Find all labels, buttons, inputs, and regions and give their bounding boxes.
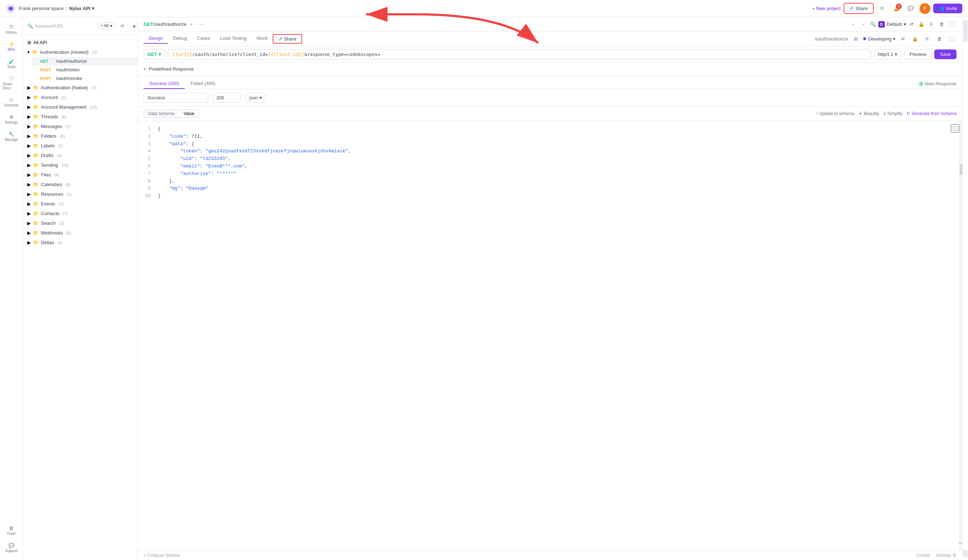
filter-toolbar-btn[interactable]: ⊞ (851, 34, 861, 44)
env-selector[interactable]: D Default ▾ (878, 21, 906, 28)
endpoint-get-oauth-authorize[interactable]: GET /oauth/authorize (31, 57, 138, 66)
sidebar-item-schemas[interactable]: ⬡ Schemas (2, 94, 22, 110)
sidebar-item-apis[interactable]: ⚡ APIs (2, 39, 22, 55)
tab-mock[interactable]: Mock (252, 34, 273, 44)
tree-group-sending[interactable]: ▶📁 Sending (10) (23, 160, 138, 170)
tree-group-labels[interactable]: ▶📁 Labels (5) (23, 141, 138, 150)
sidebar-item-settings[interactable]: ⚙ Settings (2, 111, 22, 127)
lock-button[interactable]: 🔒 (917, 19, 927, 30)
filter-pill[interactable]: • All ▾ (98, 22, 116, 30)
tree-group-messages[interactable]: ▶📁 Messages (7) (23, 122, 138, 131)
invite-button[interactable]: 👥 Invite (933, 3, 962, 13)
notifications-button[interactable]: 🔔 4 (891, 3, 902, 14)
trash-env-btn[interactable]: 🗑 (934, 34, 944, 44)
tree-group-drafts[interactable]: ▶📁 Drafts (6) (23, 150, 138, 160)
env-action-btn[interactable]: ⇄ (898, 34, 908, 44)
tree-group-events[interactable]: ▶📁 Events (7) (23, 199, 138, 209)
code-editor: ⛶ 1{ 2 "code": 711, 3 "data": { 4 "token… (138, 121, 962, 550)
api-sidebar: 🔍 • All ▾ ⟳ ◈ ⇅ + ⊞ All API ▾ (23, 17, 138, 560)
right-sidebar-item-2[interactable] (963, 550, 968, 557)
save-button[interactable]: Save (934, 50, 956, 59)
expand-env-btn[interactable]: ⛶ (946, 34, 956, 44)
method-select[interactable]: GET ▾ (144, 49, 165, 59)
tree-group-search[interactable]: ▶📁 Search (2) (23, 218, 138, 228)
endpoint-post-oauth-token[interactable]: POST /oauth/token (31, 66, 138, 74)
tree-group-account[interactable]: ▶📁 Account (1) (23, 93, 138, 102)
response-name-input[interactable] (144, 93, 208, 102)
tab-debug[interactable]: Debug (168, 34, 192, 44)
scrollbar-thumb[interactable] (960, 164, 962, 175)
tree-group-contacts[interactable]: ▶📁 Contacts (7) (23, 209, 138, 218)
project-selector[interactable]: Nylas API ▾ (69, 6, 95, 11)
sidebar-item-history[interactable]: ⏱ History (2, 21, 22, 37)
sync-icon-button[interactable]: ⟳ (877, 3, 888, 14)
tree-group-header-auth-hosted[interactable]: ▾ 📁 Authentication (Hosted) (3) (23, 47, 138, 57)
wand-icon: ✦ (859, 111, 862, 116)
simplify-button[interactable]: ≡ Simplify (883, 111, 902, 116)
tab-share[interactable]: ↗ Share (273, 34, 302, 44)
settings-bottom-button[interactable]: Settings ⚙ (936, 553, 956, 558)
sort-button[interactable]: ◈ (129, 21, 138, 31)
env-label[interactable]: Developing ▾ (868, 36, 895, 41)
tree-group-children-auth-hosted: GET /oauth/authorize POST /oauth/token P… (23, 57, 138, 83)
format-select[interactable]: json ▾ (245, 93, 266, 102)
comments-button[interactable]: 💬 (905, 3, 917, 14)
expand-button[interactable]: ⛶ (946, 19, 956, 30)
search-tab-button[interactable]: 🔍 (868, 19, 878, 30)
response-tab-success[interactable]: Success (200) (144, 79, 185, 89)
more-options-button[interactable]: ··· (197, 19, 207, 30)
share-top-button[interactable]: ↗ Share (844, 3, 874, 14)
tree-group-deltas[interactable]: ▶📁 Deltas (5) (23, 238, 138, 248)
endpoint-post-oauth-revoke[interactable]: POST /oauth/revoke (31, 74, 138, 83)
refresh-button[interactable]: ⟳ (118, 21, 128, 31)
new-response-button[interactable]: ⊕ New Response (919, 80, 956, 87)
tree-group-files[interactable]: ▶📁 Files (4) (23, 170, 138, 180)
tree-group-threads[interactable]: ▶📁 Threads (6) (23, 112, 138, 122)
scrollbar-track[interactable]: − (960, 121, 962, 550)
share-icon: ↗ (849, 6, 853, 11)
new-project-button[interactable]: + New project (812, 6, 840, 11)
scrollbar-minus[interactable]: − (959, 540, 961, 547)
tab-design[interactable]: Design (144, 34, 168, 44)
cookie-button[interactable]: Cookie (917, 553, 930, 558)
sidebar-item-trash[interactable]: 🗑 Trash (2, 523, 22, 539)
response-code-input[interactable] (212, 93, 241, 102)
tab-load-testing[interactable]: Load Testing (215, 34, 252, 44)
delete-button[interactable]: 🗑 (937, 19, 946, 30)
tree-group-resources[interactable]: ▶📁 Resources (1) (23, 189, 138, 199)
tab-value[interactable]: Value (179, 110, 199, 117)
sidebar-item-tests[interactable]: 🧪 Tests (2, 56, 22, 72)
expand-code-button[interactable]: ⛶ (951, 124, 960, 133)
nav-back-button[interactable]: ‹ (848, 19, 858, 30)
all-api-item[interactable]: ⊞ All API (23, 38, 138, 47)
tab-data-schema[interactable]: Data Schema (144, 110, 179, 117)
more-env-button[interactable]: ⇄ (906, 19, 917, 30)
collapse-icon[interactable]: ▾ (144, 66, 146, 72)
manage-icon: 🔧 (8, 132, 14, 137)
sidebar-item-manage[interactable]: 🔧 Manage (2, 129, 22, 144)
tree-group-webhooks[interactable]: ▶📁 Webhooks (5) (23, 228, 138, 238)
search-input[interactable] (35, 23, 95, 29)
preview-button[interactable]: Preview (904, 49, 932, 59)
add-tab-button[interactable]: + (187, 19, 197, 30)
copy-env-btn[interactable]: ⎘ (922, 34, 932, 44)
sidebar-item-share-docs[interactable]: 📄 Share Docs (2, 73, 22, 93)
tab-cases[interactable]: Cases (192, 34, 215, 44)
lock-env-btn[interactable]: 🔒 (910, 34, 920, 44)
beautify-button[interactable]: ✦ Beautify (859, 111, 879, 116)
sidebar-item-support[interactable]: 💬 Support (2, 540, 22, 556)
generate-schema-button[interactable]: ↻ Generate from Schema (907, 111, 956, 116)
plus-icon: ⊕ (919, 80, 923, 87)
tree-group-auth-native[interactable]: ▶📁 Authentication (Native) (7) (23, 83, 138, 93)
tree-group-folders[interactable]: ▶📁 Folders (5) (23, 131, 138, 141)
support-icon: 💬 (8, 543, 14, 548)
response-tab-failed[interactable]: Failed (404) (185, 79, 221, 89)
update-schema-button[interactable]: ↑ Update to schema (816, 111, 854, 116)
tree-group-calendars[interactable]: ▶📁 Calendars (8) (23, 180, 138, 189)
right-sidebar-item-1[interactable] (963, 20, 968, 41)
collapse-sidebar-button[interactable]: « Collapse Sidebar (144, 553, 180, 558)
tree-group-account-mgmt[interactable]: ▶📁 Account Management (13) (23, 102, 138, 112)
http-version-select[interactable]: http/1.1 ▾ (874, 49, 901, 59)
nav-forward-button[interactable]: › (858, 19, 868, 30)
copy-button[interactable]: ⎘ (927, 19, 937, 30)
